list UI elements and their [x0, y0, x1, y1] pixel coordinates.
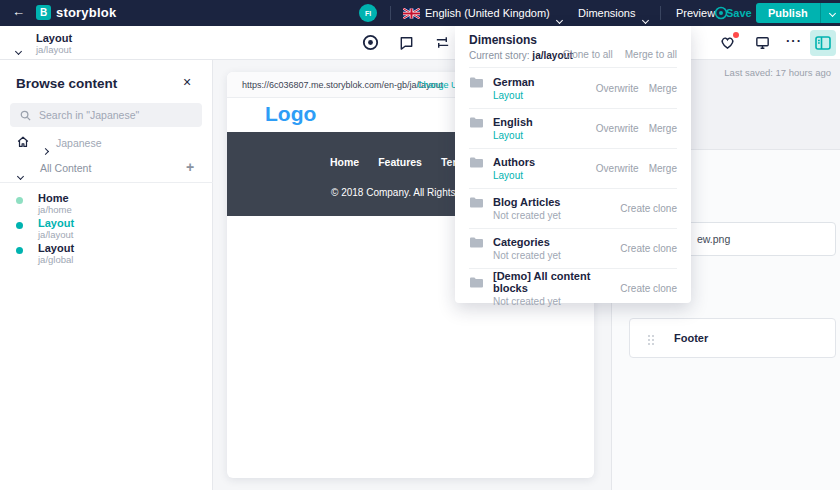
- folder-icon: [469, 274, 484, 292]
- overwrite-action[interactable]: Overwrite: [596, 163, 639, 174]
- dimensions-panel-header: Dimensions Current story: ja/layout Clon…: [455, 26, 691, 66]
- story-toolbar: [0, 26, 840, 60]
- dimension-name: German: [493, 76, 596, 88]
- all-content-section-label[interactable]: All Content: [40, 162, 91, 174]
- folder-icon: [469, 114, 484, 132]
- publish-options-caret[interactable]: [820, 3, 840, 23]
- sidebar-toggle-button[interactable]: [810, 30, 836, 56]
- merge-to-all-button[interactable]: Merge to all: [625, 49, 677, 60]
- notification-badge: [733, 32, 739, 38]
- clone-to-all-button[interactable]: Clone to all: [563, 49, 613, 60]
- search-icon: [20, 110, 31, 121]
- top-bar: ← B storyblok FI English (United Kingdom…: [0, 0, 840, 26]
- dimensions-dropdown-trigger[interactable]: Dimensions: [578, 7, 635, 19]
- dimension-row: Blog Articles Not created yet Create clo…: [455, 188, 691, 228]
- layout-panel-icon: [815, 36, 831, 50]
- site-logo-text[interactable]: Logo: [265, 102, 316, 126]
- content-item-slug: ja/home: [38, 204, 72, 215]
- current-story-label: Current story:: [469, 50, 530, 61]
- focus-target-icon[interactable]: [362, 34, 380, 52]
- dimension-status: Not created yet: [493, 296, 620, 307]
- chevron-down-icon: [556, 17, 563, 24]
- dimension-status: Layout: [493, 90, 596, 101]
- dimension-status: Layout: [493, 170, 596, 181]
- dimension-row: [Demo] All content blocks Not created ye…: [455, 268, 691, 308]
- dimension-row: German Layout OverwriteMerge: [455, 68, 691, 108]
- divider: [0, 182, 213, 183]
- create-clone-action[interactable]: Create clone: [620, 283, 677, 294]
- breadcrumb-chevron-icon: [42, 148, 49, 155]
- last-saved-status: Last saved: 17 hours ago: [724, 67, 831, 78]
- more-options-icon[interactable]: ···: [786, 33, 802, 48]
- dimension-actions: OverwriteMerge: [596, 123, 677, 134]
- drag-handle-icon[interactable]: [647, 332, 655, 350]
- story-title: Layout: [36, 32, 72, 44]
- publish-button[interactable]: Publish: [756, 3, 840, 23]
- chevron-down-icon: [642, 17, 649, 24]
- story-chevron-down-icon[interactable]: [15, 48, 22, 55]
- create-clone-action[interactable]: Create clone: [620, 203, 677, 214]
- section-chevron-icon[interactable]: [17, 173, 24, 180]
- storyblok-logo-icon: B: [36, 5, 51, 20]
- dimension-row: Authors Layout OverwriteMerge: [455, 148, 691, 188]
- site-nav-link[interactable]: Home: [330, 156, 359, 168]
- story-slug: ja/layout: [36, 44, 71, 55]
- close-sidebar-icon[interactable]: ×: [183, 74, 191, 90]
- site-nav: HomeFeaturesTerms: [330, 156, 472, 168]
- home-icon[interactable]: [16, 135, 30, 153]
- overwrite-action[interactable]: Overwrite: [596, 83, 639, 94]
- folder-icon: [469, 194, 484, 212]
- content-list-item[interactable]: Home ja/home: [0, 194, 213, 219]
- device-preview-icon[interactable]: [754, 34, 772, 52]
- search-input[interactable]: Search in "Japanese": [10, 103, 202, 127]
- breadcrumb[interactable]: Japanese: [56, 137, 102, 149]
- divider: [390, 6, 391, 20]
- merge-action[interactable]: Merge: [649, 163, 677, 174]
- dimension-name: Authors: [493, 156, 596, 168]
- dimension-row: Categories Not created yet Create clone: [455, 228, 691, 268]
- search-placeholder: Search in "Japanese": [39, 109, 139, 121]
- save-button[interactable]: Save: [726, 7, 752, 19]
- create-clone-action[interactable]: Create clone: [620, 243, 677, 254]
- content-item-slug: ja/layout: [38, 229, 73, 240]
- dimension-name: English: [493, 116, 596, 128]
- back-icon[interactable]: ←: [12, 4, 25, 19]
- overwrite-action[interactable]: Overwrite: [596, 123, 639, 134]
- dimension-name: Categories: [493, 236, 620, 248]
- sidebar-title: Browse content: [16, 76, 117, 91]
- divider: [660, 6, 661, 20]
- status-dot: [16, 247, 23, 254]
- folder-icon: [469, 154, 484, 172]
- status-dot: [16, 197, 23, 204]
- filename-value: ew.png: [697, 233, 730, 245]
- dimensions-row-list: German Layout OverwriteMerge English Lay…: [455, 68, 691, 308]
- site-nav-link[interactable]: Features: [378, 156, 422, 168]
- dimension-name: Blog Articles: [493, 196, 620, 208]
- merge-action[interactable]: Merge: [649, 83, 677, 94]
- compare-dimensions-icon[interactable]: [434, 34, 452, 52]
- dimension-name: [Demo] All content blocks: [493, 270, 620, 294]
- folder-icon: [469, 74, 484, 92]
- folder-icon: [469, 234, 484, 252]
- favorite-heart-icon[interactable]: [719, 34, 737, 52]
- user-avatar[interactable]: FI: [359, 4, 377, 22]
- preview-tab[interactable]: Preview: [676, 7, 715, 19]
- language-selector[interactable]: English (United Kingdom): [425, 7, 550, 19]
- footer-block-label: Footer: [674, 332, 708, 344]
- content-list-item[interactable]: Layout ja/global: [0, 244, 213, 269]
- storyblok-logo-text: storyblok: [56, 5, 116, 20]
- content-list-item[interactable]: Layout ja/layout: [0, 219, 213, 244]
- merge-action[interactable]: Merge: [649, 123, 677, 134]
- publish-button-label[interactable]: Publish: [756, 3, 820, 23]
- add-content-button[interactable]: +: [186, 159, 194, 175]
- dimension-actions: Create clone: [620, 243, 677, 254]
- dimension-actions: OverwriteMerge: [596, 163, 677, 174]
- content-item-name: Layout: [38, 217, 74, 229]
- dimension-actions: Create clone: [620, 283, 677, 294]
- comments-icon[interactable]: [398, 34, 416, 52]
- content-item-slug: ja/global: [38, 254, 73, 265]
- footer-block-item[interactable]: Footer: [629, 318, 836, 358]
- dimension-actions: Create clone: [620, 203, 677, 214]
- dimension-status: Not created yet: [493, 250, 620, 261]
- dimensions-panel-title: Dimensions: [469, 33, 677, 47]
